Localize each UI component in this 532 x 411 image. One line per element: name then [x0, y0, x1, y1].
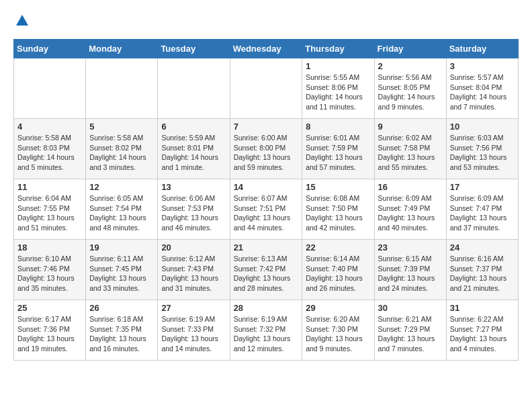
day-number: 2	[378, 61, 443, 71]
day-detail: Sunrise: 6:01 AM Sunset: 7:59 PM Dayligh…	[306, 133, 370, 173]
calendar-cell: 22Sunrise: 6:14 AM Sunset: 7:40 PM Dayli…	[302, 240, 374, 300]
day-number: 22	[306, 242, 370, 253]
day-number: 28	[234, 303, 299, 313]
day-number: 5	[89, 122, 154, 132]
calendar-cell: 23Sunrise: 6:15 AM Sunset: 7:39 PM Dayli…	[374, 240, 446, 300]
weekday-header-thursday: Thursday	[302, 40, 374, 58]
weekday-header-saturday: Saturday	[446, 40, 518, 58]
weekday-header-tuesday: Tuesday	[158, 40, 230, 58]
day-detail: Sunrise: 5:55 AM Sunset: 8:06 PM Dayligh…	[306, 73, 370, 112]
calendar-cell: 27Sunrise: 6:19 AM Sunset: 7:33 PM Dayli…	[158, 300, 230, 361]
calendar-cell: 10Sunrise: 6:03 AM Sunset: 7:56 PM Dayli…	[446, 119, 518, 179]
calendar-cell: 24Sunrise: 6:16 AM Sunset: 7:37 PM Dayli…	[446, 240, 518, 300]
calendar-table: SundayMondayTuesdayWednesdayThursdayFrid…	[13, 39, 519, 361]
day-detail: Sunrise: 6:22 AM Sunset: 7:27 PM Dayligh…	[450, 314, 515, 354]
day-detail: Sunrise: 6:19 AM Sunset: 7:32 PM Dayligh…	[234, 314, 299, 354]
day-detail: Sunrise: 6:21 AM Sunset: 7:29 PM Dayligh…	[378, 314, 443, 354]
day-detail: Sunrise: 6:02 AM Sunset: 7:58 PM Dayligh…	[378, 133, 443, 173]
day-detail: Sunrise: 5:58 AM Sunset: 8:02 PM Dayligh…	[89, 133, 154, 173]
calendar-cell: 14Sunrise: 6:07 AM Sunset: 7:51 PM Dayli…	[230, 179, 302, 240]
calendar-cell: 6Sunrise: 5:59 AM Sunset: 8:01 PM Daylig…	[158, 119, 230, 179]
day-detail: Sunrise: 6:08 AM Sunset: 7:50 PM Dayligh…	[306, 193, 370, 233]
calendar-cell: 29Sunrise: 6:20 AM Sunset: 7:30 PM Dayli…	[302, 300, 374, 361]
day-number: 24	[450, 242, 515, 253]
page-header	[13, 13, 519, 28]
day-detail: Sunrise: 6:13 AM Sunset: 7:42 PM Dayligh…	[234, 254, 299, 293]
day-detail: Sunrise: 5:57 AM Sunset: 8:04 PM Dayligh…	[450, 73, 515, 112]
calendar-cell: 28Sunrise: 6:19 AM Sunset: 7:32 PM Dayli…	[230, 300, 302, 361]
calendar-cell: 19Sunrise: 6:11 AM Sunset: 7:45 PM Dayli…	[86, 240, 158, 300]
calendar-cell: 9Sunrise: 6:02 AM Sunset: 7:58 PM Daylig…	[374, 119, 446, 179]
calendar-cell: 15Sunrise: 6:08 AM Sunset: 7:50 PM Dayli…	[302, 179, 374, 240]
svg-marker-0	[16, 15, 28, 26]
logo-icon	[15, 13, 30, 28]
calendar-cell: 16Sunrise: 6:09 AM Sunset: 7:49 PM Dayli…	[374, 179, 446, 240]
day-number: 7	[234, 122, 299, 132]
day-number: 17	[450, 182, 515, 192]
calendar-cell: 31Sunrise: 6:22 AM Sunset: 7:27 PM Dayli…	[446, 300, 518, 361]
day-number: 26	[89, 303, 154, 313]
day-number: 4	[17, 122, 82, 132]
week-row-3: 11Sunrise: 6:04 AM Sunset: 7:55 PM Dayli…	[14, 179, 519, 240]
day-number: 3	[450, 61, 515, 71]
day-detail: Sunrise: 6:16 AM Sunset: 7:37 PM Dayligh…	[450, 254, 515, 293]
week-row-4: 18Sunrise: 6:10 AM Sunset: 7:46 PM Dayli…	[14, 240, 519, 300]
day-number: 29	[306, 303, 370, 313]
day-detail: Sunrise: 6:00 AM Sunset: 8:00 PM Dayligh…	[234, 133, 299, 173]
calendar-cell: 1Sunrise: 5:55 AM Sunset: 8:06 PM Daylig…	[302, 58, 374, 119]
day-number: 13	[161, 182, 226, 192]
week-row-1: 1Sunrise: 5:55 AM Sunset: 8:06 PM Daylig…	[14, 58, 519, 119]
logo	[13, 13, 30, 28]
day-detail: Sunrise: 6:07 AM Sunset: 7:51 PM Dayligh…	[234, 193, 299, 233]
calendar-cell: 11Sunrise: 6:04 AM Sunset: 7:55 PM Dayli…	[14, 179, 86, 240]
week-row-2: 4Sunrise: 5:58 AM Sunset: 8:03 PM Daylig…	[14, 119, 519, 179]
day-number: 11	[17, 182, 82, 192]
calendar-cell: 4Sunrise: 5:58 AM Sunset: 8:03 PM Daylig…	[14, 119, 86, 179]
day-detail: Sunrise: 6:06 AM Sunset: 7:53 PM Dayligh…	[161, 193, 226, 233]
day-detail: Sunrise: 6:10 AM Sunset: 7:46 PM Dayligh…	[17, 254, 82, 293]
day-detail: Sunrise: 6:15 AM Sunset: 7:39 PM Dayligh…	[378, 254, 443, 293]
day-number: 15	[306, 182, 370, 192]
day-number: 10	[450, 122, 515, 132]
day-number: 14	[234, 182, 299, 192]
day-detail: Sunrise: 6:09 AM Sunset: 7:49 PM Dayligh…	[378, 193, 443, 233]
calendar-cell: 30Sunrise: 6:21 AM Sunset: 7:29 PM Dayli…	[374, 300, 446, 361]
day-detail: Sunrise: 6:12 AM Sunset: 7:43 PM Dayligh…	[161, 254, 226, 293]
day-detail: Sunrise: 5:59 AM Sunset: 8:01 PM Dayligh…	[161, 133, 226, 173]
calendar-cell: 8Sunrise: 6:01 AM Sunset: 7:59 PM Daylig…	[302, 119, 374, 179]
calendar-cell: 7Sunrise: 6:00 AM Sunset: 8:00 PM Daylig…	[230, 119, 302, 179]
day-detail: Sunrise: 6:20 AM Sunset: 7:30 PM Dayligh…	[306, 314, 370, 354]
calendar-cell	[14, 58, 86, 119]
day-number: 6	[161, 122, 226, 132]
calendar-cell: 3Sunrise: 5:57 AM Sunset: 8:04 PM Daylig…	[446, 58, 518, 119]
day-detail: Sunrise: 6:17 AM Sunset: 7:36 PM Dayligh…	[17, 314, 82, 354]
day-number: 21	[234, 242, 299, 253]
calendar-cell: 17Sunrise: 6:09 AM Sunset: 7:47 PM Dayli…	[446, 179, 518, 240]
day-number: 9	[378, 122, 443, 132]
calendar-cell: 13Sunrise: 6:06 AM Sunset: 7:53 PM Dayli…	[158, 179, 230, 240]
calendar-cell: 25Sunrise: 6:17 AM Sunset: 7:36 PM Dayli…	[14, 300, 86, 361]
calendar-cell	[230, 58, 302, 119]
day-detail: Sunrise: 6:05 AM Sunset: 7:54 PM Dayligh…	[89, 193, 154, 233]
day-number: 25	[17, 303, 82, 313]
calendar-cell: 26Sunrise: 6:18 AM Sunset: 7:35 PM Dayli…	[86, 300, 158, 361]
calendar-cell: 5Sunrise: 5:58 AM Sunset: 8:02 PM Daylig…	[86, 119, 158, 179]
weekday-header-wednesday: Wednesday	[230, 40, 302, 58]
weekday-header-sunday: Sunday	[14, 40, 86, 58]
day-detail: Sunrise: 5:56 AM Sunset: 8:05 PM Dayligh…	[378, 73, 443, 112]
day-detail: Sunrise: 6:19 AM Sunset: 7:33 PM Dayligh…	[161, 314, 226, 354]
calendar-cell	[86, 58, 158, 119]
weekday-header-monday: Monday	[86, 40, 158, 58]
day-number: 16	[378, 182, 443, 192]
day-number: 1	[306, 61, 370, 71]
calendar-cell: 21Sunrise: 6:13 AM Sunset: 7:42 PM Dayli…	[230, 240, 302, 300]
day-detail: Sunrise: 6:03 AM Sunset: 7:56 PM Dayligh…	[450, 133, 515, 173]
day-number: 19	[89, 242, 154, 253]
calendar-cell	[158, 58, 230, 119]
week-row-5: 25Sunrise: 6:17 AM Sunset: 7:36 PM Dayli…	[14, 300, 519, 361]
day-number: 18	[17, 242, 82, 253]
day-number: 12	[89, 182, 154, 192]
day-detail: Sunrise: 6:04 AM Sunset: 7:55 PM Dayligh…	[17, 193, 82, 233]
day-number: 8	[306, 122, 370, 132]
day-detail: Sunrise: 5:58 AM Sunset: 8:03 PM Dayligh…	[17, 133, 82, 173]
